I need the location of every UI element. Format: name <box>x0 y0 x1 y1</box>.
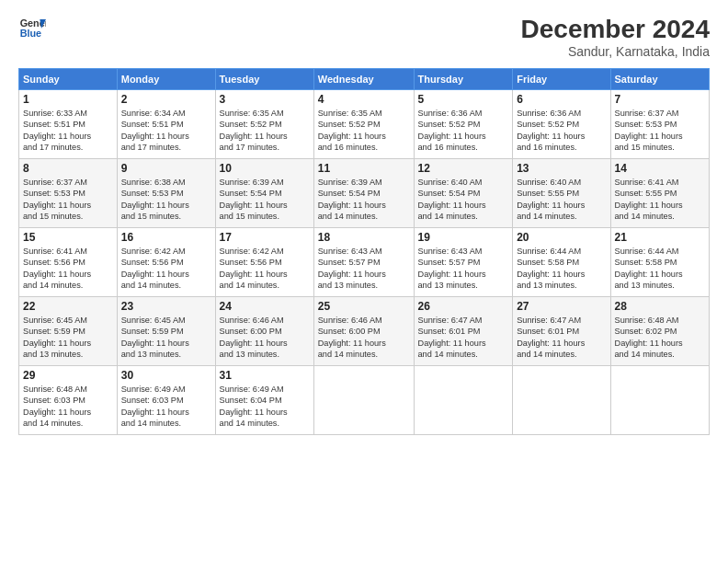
day-detail: Sunrise: 6:36 AMSunset: 5:52 PMDaylight:… <box>517 109 585 152</box>
calendar-table: SundayMondayTuesdayWednesdayThursdayFrid… <box>18 68 710 435</box>
day-number: 17 <box>220 231 310 244</box>
day-number: 25 <box>318 300 410 313</box>
calendar-cell: 31 Sunrise: 6:49 AMSunset: 6:04 PMDaylig… <box>215 366 313 435</box>
day-detail: Sunrise: 6:40 AMSunset: 5:54 PMDaylight:… <box>418 178 486 221</box>
day-number: 20 <box>517 231 606 244</box>
day-number: 16 <box>121 231 211 244</box>
calendar-cell: 21 Sunrise: 6:44 AMSunset: 5:58 PMDaylig… <box>610 228 710 297</box>
calendar-cell: 30 Sunrise: 6:49 AMSunset: 6:03 PMDaylig… <box>117 366 215 435</box>
calendar-cell: 23 Sunrise: 6:45 AMSunset: 5:59 PMDaylig… <box>117 297 215 366</box>
calendar-cell: 14 Sunrise: 6:41 AMSunset: 5:55 PMDaylig… <box>610 159 710 228</box>
day-detail: Sunrise: 6:37 AMSunset: 5:53 PMDaylight:… <box>615 109 683 152</box>
weekday-header-row: SundayMondayTuesdayWednesdayThursdayFrid… <box>19 69 710 90</box>
weekday-header-wednesday: Wednesday <box>313 69 414 90</box>
day-number: 22 <box>23 300 113 313</box>
calendar-cell: 20 Sunrise: 6:44 AMSunset: 5:58 PMDaylig… <box>513 228 610 297</box>
day-number: 15 <box>23 231 113 244</box>
calendar-cell: 2 Sunrise: 6:34 AMSunset: 5:51 PMDayligh… <box>117 90 215 159</box>
day-detail: Sunrise: 6:41 AMSunset: 5:55 PMDaylight:… <box>615 178 683 221</box>
calendar-cell <box>513 366 610 435</box>
day-detail: Sunrise: 6:34 AMSunset: 5:51 PMDaylight:… <box>121 109 189 152</box>
day-number: 21 <box>615 231 706 244</box>
day-number: 26 <box>418 300 509 313</box>
calendar-cell: 4 Sunrise: 6:35 AMSunset: 5:52 PMDayligh… <box>313 90 414 159</box>
svg-text:Blue: Blue <box>20 28 41 39</box>
weekday-header-thursday: Thursday <box>414 69 513 90</box>
day-detail: Sunrise: 6:45 AMSunset: 5:59 PMDaylight:… <box>121 316 189 359</box>
day-number: 8 <box>23 162 113 175</box>
day-detail: Sunrise: 6:49 AMSunset: 6:03 PMDaylight:… <box>121 385 189 428</box>
day-number: 13 <box>517 162 606 175</box>
calendar-cell: 13 Sunrise: 6:40 AMSunset: 5:55 PMDaylig… <box>513 159 610 228</box>
calendar-cell: 22 Sunrise: 6:45 AMSunset: 5:59 PMDaylig… <box>19 297 118 366</box>
day-detail: Sunrise: 6:45 AMSunset: 5:59 PMDaylight:… <box>23 316 91 359</box>
day-detail: Sunrise: 6:47 AMSunset: 6:01 PMDaylight:… <box>517 316 585 359</box>
calendar-cell: 18 Sunrise: 6:43 AMSunset: 5:57 PMDaylig… <box>313 228 414 297</box>
calendar-cell <box>414 366 513 435</box>
weekday-header-saturday: Saturday <box>610 69 710 90</box>
day-number: 7 <box>615 93 706 106</box>
calendar-cell: 1 Sunrise: 6:33 AMSunset: 5:51 PMDayligh… <box>19 90 118 159</box>
day-detail: Sunrise: 6:43 AMSunset: 5:57 PMDaylight:… <box>318 247 386 290</box>
day-number: 10 <box>220 162 310 175</box>
day-number: 2 <box>121 93 211 106</box>
day-detail: Sunrise: 6:42 AMSunset: 5:56 PMDaylight:… <box>121 247 189 290</box>
day-detail: Sunrise: 6:42 AMSunset: 5:56 PMDaylight:… <box>220 247 288 290</box>
calendar-cell: 19 Sunrise: 6:43 AMSunset: 5:57 PMDaylig… <box>414 228 513 297</box>
day-number: 4 <box>318 93 410 106</box>
day-number: 29 <box>23 369 113 382</box>
day-number: 24 <box>220 300 310 313</box>
day-detail: Sunrise: 6:35 AMSunset: 5:52 PMDaylight:… <box>220 109 288 152</box>
day-number: 18 <box>318 231 410 244</box>
header: General Blue December 2024 Sandur, Karna… <box>18 15 710 59</box>
day-detail: Sunrise: 6:38 AMSunset: 5:53 PMDaylight:… <box>121 178 189 221</box>
calendar-cell: 28 Sunrise: 6:48 AMSunset: 6:02 PMDaylig… <box>610 297 710 366</box>
calendar-cell: 7 Sunrise: 6:37 AMSunset: 5:53 PMDayligh… <box>610 90 710 159</box>
day-detail: Sunrise: 6:46 AMSunset: 6:00 PMDaylight:… <box>220 316 288 359</box>
day-detail: Sunrise: 6:48 AMSunset: 6:03 PMDaylight:… <box>23 385 91 428</box>
calendar-cell <box>610 366 710 435</box>
day-detail: Sunrise: 6:33 AMSunset: 5:51 PMDaylight:… <box>23 109 91 152</box>
week-row-3: 15 Sunrise: 6:41 AMSunset: 5:56 PMDaylig… <box>19 228 710 297</box>
calendar-cell: 29 Sunrise: 6:48 AMSunset: 6:03 PMDaylig… <box>19 366 118 435</box>
week-row-2: 8 Sunrise: 6:37 AMSunset: 5:53 PMDayligh… <box>19 159 710 228</box>
week-row-5: 29 Sunrise: 6:48 AMSunset: 6:03 PMDaylig… <box>19 366 710 435</box>
day-detail: Sunrise: 6:48 AMSunset: 6:02 PMDaylight:… <box>615 316 683 359</box>
day-detail: Sunrise: 6:39 AMSunset: 5:54 PMDaylight:… <box>220 178 288 221</box>
calendar-cell: 6 Sunrise: 6:36 AMSunset: 5:52 PMDayligh… <box>513 90 610 159</box>
day-number: 31 <box>220 369 310 382</box>
day-detail: Sunrise: 6:40 AMSunset: 5:55 PMDaylight:… <box>517 178 585 221</box>
calendar-cell: 26 Sunrise: 6:47 AMSunset: 6:01 PMDaylig… <box>414 297 513 366</box>
calendar-cell: 12 Sunrise: 6:40 AMSunset: 5:54 PMDaylig… <box>414 159 513 228</box>
calendar-cell: 15 Sunrise: 6:41 AMSunset: 5:56 PMDaylig… <box>19 228 118 297</box>
calendar-cell: 8 Sunrise: 6:37 AMSunset: 5:53 PMDayligh… <box>19 159 118 228</box>
day-number: 9 <box>121 162 211 175</box>
week-row-1: 1 Sunrise: 6:33 AMSunset: 5:51 PMDayligh… <box>19 90 710 159</box>
day-detail: Sunrise: 6:43 AMSunset: 5:57 PMDaylight:… <box>418 247 486 290</box>
day-detail: Sunrise: 6:44 AMSunset: 5:58 PMDaylight:… <box>517 247 585 290</box>
page: General Blue December 2024 Sandur, Karna… <box>0 0 728 563</box>
calendar-cell: 10 Sunrise: 6:39 AMSunset: 5:54 PMDaylig… <box>215 159 313 228</box>
day-detail: Sunrise: 6:35 AMSunset: 5:52 PMDaylight:… <box>318 109 386 152</box>
day-number: 3 <box>220 93 310 106</box>
day-number: 1 <box>23 93 113 106</box>
day-detail: Sunrise: 6:37 AMSunset: 5:53 PMDaylight:… <box>23 178 91 221</box>
day-detail: Sunrise: 6:46 AMSunset: 6:00 PMDaylight:… <box>318 316 386 359</box>
day-number: 19 <box>418 231 509 244</box>
day-number: 14 <box>615 162 706 175</box>
calendar-cell: 16 Sunrise: 6:42 AMSunset: 5:56 PMDaylig… <box>117 228 215 297</box>
day-number: 6 <box>517 93 606 106</box>
calendar-cell: 5 Sunrise: 6:36 AMSunset: 5:52 PMDayligh… <box>414 90 513 159</box>
day-detail: Sunrise: 6:36 AMSunset: 5:52 PMDaylight:… <box>418 109 486 152</box>
weekday-header-friday: Friday <box>513 69 610 90</box>
day-number: 12 <box>418 162 509 175</box>
week-row-4: 22 Sunrise: 6:45 AMSunset: 5:59 PMDaylig… <box>19 297 710 366</box>
day-number: 30 <box>121 369 211 382</box>
logo: General Blue <box>18 15 46 42</box>
day-number: 23 <box>121 300 211 313</box>
calendar-cell: 11 Sunrise: 6:39 AMSunset: 5:54 PMDaylig… <box>313 159 414 228</box>
weekday-header-tuesday: Tuesday <box>215 69 313 90</box>
calendar-cell: 25 Sunrise: 6:46 AMSunset: 6:00 PMDaylig… <box>313 297 414 366</box>
day-detail: Sunrise: 6:41 AMSunset: 5:56 PMDaylight:… <box>23 247 91 290</box>
day-number: 27 <box>517 300 606 313</box>
